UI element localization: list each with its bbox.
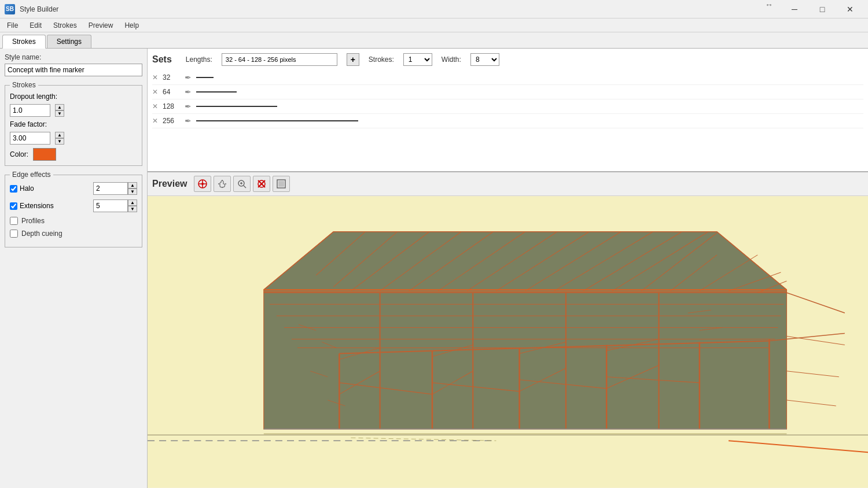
style-name-section: Style name: [5,53,142,76]
title-bar-controls: ↔ ─ □ ✕ [765,0,863,19]
menu-strokes[interactable]: Strokes [49,20,82,31]
preview-zoom-button[interactable] [233,176,251,192]
menu-bar: File Edit Strokes Preview Help [0,19,868,32]
strokes-section: Strokes Dropout length: ▲ ▼ Fade factor:… [5,81,142,166]
profiles-checkbox[interactable] [10,217,18,225]
stroke-line-128 [196,106,277,107]
fade-spinner: ▲ ▼ [55,132,64,145]
preview-title: Preview [152,179,187,189]
halo-checkbox[interactable] [10,185,17,193]
strokes-label: Strokes: [369,56,394,64]
stroke-x-256: ✕ [152,117,158,125]
menu-preview[interactable]: Preview [84,20,118,31]
dropout-label: Dropout length: [10,93,57,101]
stroke-line-container-256 [196,120,863,121]
style-name-label: Style name: [5,53,142,61]
style-icon [276,179,286,189]
stroke-row-128: ✕ 128 ✒ [152,99,863,114]
stroke-edit-icon-256[interactable]: ✒ [185,116,192,125]
stroke-edit-icon-64[interactable]: ✒ [185,87,192,97]
extensions-down[interactable]: ▼ [128,206,137,212]
left-panel: Style name: Strokes Dropout length: ▲ ▼ … [0,49,148,488]
stroke-edit-icon-32[interactable]: ✒ [185,73,192,82]
fade-input-row: ▲ ▼ [10,132,137,145]
strokes-legend: Strokes [10,81,38,89]
stroke-label-64: 64 [163,88,180,96]
barn-preview [148,196,868,488]
halo-row: Halo ▲ ▼ [10,182,137,195]
depth-cueing-row: Depth cueing [10,230,137,238]
dropout-down[interactable]: ▼ [55,110,64,117]
fade-up[interactable]: ▲ [55,132,64,138]
stroke-edit-icon-128[interactable]: ✒ [185,102,192,111]
svg-point-3 [201,183,204,185]
fade-input[interactable] [10,132,50,145]
add-length-button[interactable]: + [347,53,359,66]
depth-cueing-label: Depth cueing [21,230,62,238]
dropout-spinner: ▲ ▼ [55,104,64,117]
fade-down[interactable]: ▼ [55,138,64,145]
close-button[interactable]: ✕ [837,0,863,19]
preview-canvas[interactable] [148,196,868,488]
style-name-input[interactable] [5,64,142,76]
width-select[interactable]: 4681012 [470,53,499,66]
lengths-label: Lengths: [186,56,212,64]
extensions-row: Extensions ▲ ▼ [10,199,137,212]
title-bar-left: SB Style Builder [5,4,58,14]
stroke-x-64: ✕ [152,88,158,96]
edge-effects-legend: Edge effects [10,171,53,179]
menu-edit[interactable]: Edit [25,20,46,31]
title-bar: SB Style Builder ↔ ─ □ ✕ [0,0,868,19]
preview-style-button[interactable] [273,176,290,192]
color-row: Color: [10,148,137,161]
preview-section: Preview [148,172,868,488]
profiles-label: Profiles [21,217,45,225]
stroke-label-128: 128 [163,102,180,110]
dropout-input[interactable] [10,104,50,117]
stroke-line-container-128 [196,106,863,107]
stroke-label-256: 256 [163,117,180,125]
sets-section: Sets Lengths: + Strokes: 1234 Width: 468… [148,49,868,172]
menu-help[interactable]: Help [120,20,144,31]
app-icon: SB [5,4,15,14]
lengths-input[interactable] [222,53,337,66]
svg-rect-12 [278,181,284,187]
restore-button[interactable]: □ [809,0,836,19]
sets-title: Sets [152,54,172,65]
menu-file[interactable]: File [2,20,23,31]
fade-row: Fade factor: [10,120,137,128]
extensions-spinner: ▲ ▼ [128,199,137,212]
halo-up[interactable]: ▲ [128,182,137,188]
dropout-input-row: ▲ ▼ [10,104,137,117]
halo-label: Halo [20,184,34,193]
preview-header: Preview [148,172,868,196]
extensions-checkbox[interactable] [10,202,17,210]
depth-cueing-checkbox[interactable] [10,230,18,238]
strokes-select[interactable]: 1234 [403,53,432,66]
color-swatch[interactable] [33,148,56,161]
halo-input[interactable] [93,182,128,195]
halo-down[interactable]: ▼ [128,188,137,195]
tab-strokes[interactable]: Strokes [2,35,46,49]
sets-header: Sets Lengths: + Strokes: 1234 Width: 468… [152,53,863,66]
preview-cross-button[interactable] [253,176,270,192]
fade-label: Fade factor: [10,120,47,128]
tab-bar: Strokes Settings [0,32,868,49]
preview-pan-button[interactable] [214,176,231,192]
minimize-button[interactable]: ─ [781,0,808,19]
dropout-up[interactable]: ▲ [55,104,64,110]
edge-effects-section: Edge effects Halo ▲ ▼ Extensions ▲ ▼ [5,171,142,247]
stroke-row-64: ✕ 64 ✒ [152,85,863,99]
stroke-x-32: ✕ [152,73,158,82]
stroke-line-256 [196,120,358,121]
stroke-line-32 [196,77,214,78]
extensions-label: Extensions [20,202,54,210]
extensions-input[interactable] [93,199,128,212]
extensions-up[interactable]: ▲ [128,199,137,206]
cross-icon [256,179,267,189]
stroke-line-container-64 [196,91,863,93]
tab-settings[interactable]: Settings [47,35,91,48]
preview-navigate-button[interactable] [194,176,211,192]
width-label: Width: [442,56,461,64]
stroke-line-64 [196,91,237,93]
